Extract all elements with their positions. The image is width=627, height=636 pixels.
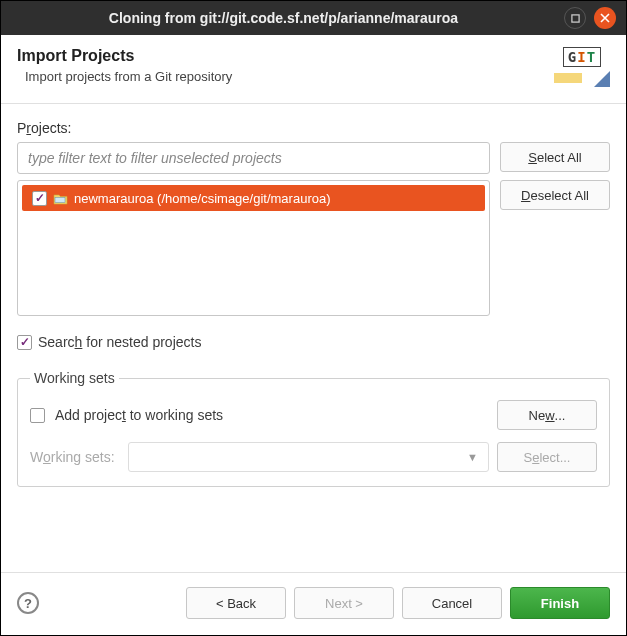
project-list[interactable]: newmarauroa (/home/csimage/git/marauroa) bbox=[17, 180, 490, 316]
folder-icon bbox=[53, 192, 68, 205]
working-sets-row-select: Working sets: ▼ Select... bbox=[30, 442, 597, 472]
svg-rect-1 bbox=[55, 197, 65, 202]
wizard-window: Cloning from git://git.code.sf.net/p/ari… bbox=[0, 0, 627, 636]
next-button: Next > bbox=[294, 587, 394, 619]
select-all-button[interactable]: Select All bbox=[500, 142, 610, 172]
working-sets-label: Working sets: bbox=[30, 449, 120, 465]
add-to-ws-label: Add project to working sets bbox=[55, 407, 487, 423]
svg-rect-0 bbox=[571, 14, 578, 21]
projects-label: Projects: bbox=[17, 120, 610, 136]
deselect-all-button[interactable]: Deselect All bbox=[500, 180, 610, 210]
git-badge: GIT bbox=[563, 47, 601, 67]
projects-row: newmarauroa (/home/csimage/git/marauroa)… bbox=[17, 142, 610, 316]
projects-main: newmarauroa (/home/csimage/git/marauroa) bbox=[17, 142, 490, 316]
wizard-content: Projects: newmarauroa (/home/csimage/git… bbox=[1, 104, 626, 572]
search-nested-checkbox[interactable] bbox=[17, 335, 32, 350]
new-working-set-button[interactable]: New... bbox=[497, 400, 597, 430]
search-nested-row: Search for nested projects bbox=[17, 334, 610, 350]
dialog-footer: ? < Back Next > Cancel Finish bbox=[1, 572, 626, 635]
window-title: Cloning from git://git.code.sf.net/p/ari… bbox=[11, 10, 556, 26]
working-sets-dropdown: ▼ bbox=[128, 442, 489, 472]
wizard-header-text: Import Projects Import projects from a G… bbox=[17, 47, 232, 84]
dialog-body: Import Projects Import projects from a G… bbox=[1, 35, 626, 635]
finish-button[interactable]: Finish bbox=[510, 587, 610, 619]
select-working-sets-button: Select... bbox=[497, 442, 597, 472]
project-checkbox[interactable] bbox=[32, 191, 47, 206]
help-button[interactable]: ? bbox=[17, 592, 39, 614]
add-to-ws-checkbox[interactable] bbox=[30, 408, 45, 423]
working-sets-legend: Working sets bbox=[30, 370, 119, 386]
titlebar: Cloning from git://git.code.sf.net/p/ari… bbox=[1, 1, 626, 35]
filter-input[interactable] bbox=[17, 142, 490, 174]
working-sets-fieldset: Working sets Add project to working sets… bbox=[17, 370, 610, 487]
list-item[interactable]: newmarauroa (/home/csimage/git/marauroa) bbox=[22, 185, 485, 211]
project-label: newmarauroa (/home/csimage/git/marauroa) bbox=[74, 191, 331, 206]
working-sets-row-add: Add project to working sets New... bbox=[30, 400, 597, 430]
page-subtitle: Import projects from a Git repository bbox=[17, 69, 232, 84]
search-nested-label: Search for nested projects bbox=[38, 334, 201, 350]
maximize-button[interactable] bbox=[564, 7, 586, 29]
wizard-header: Import Projects Import projects from a G… bbox=[1, 35, 626, 104]
page-title: Import Projects bbox=[17, 47, 232, 65]
cancel-button[interactable]: Cancel bbox=[402, 587, 502, 619]
project-side-buttons: Select All Deselect All bbox=[500, 142, 610, 316]
git-wizard-icon: GIT bbox=[554, 47, 610, 93]
back-button[interactable]: < Back bbox=[186, 587, 286, 619]
close-button[interactable] bbox=[594, 7, 616, 29]
chevron-down-icon: ▼ bbox=[467, 451, 478, 463]
